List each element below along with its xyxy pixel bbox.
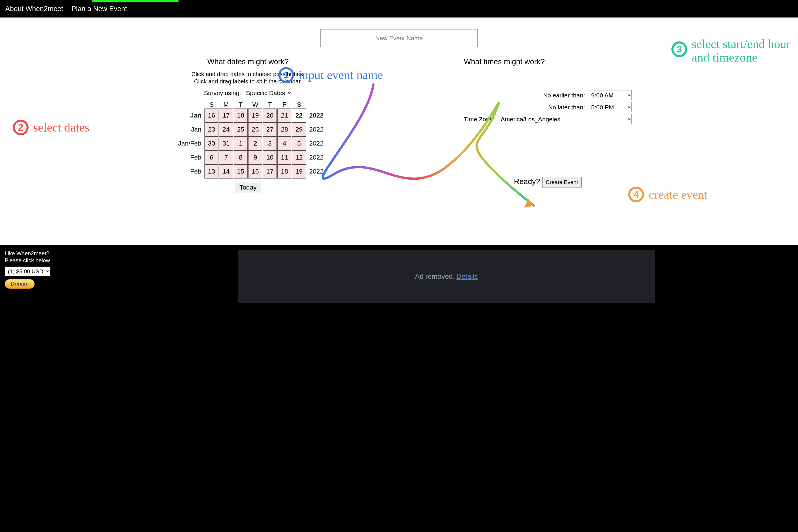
calendar-day-cell[interactable]: 9 bbox=[248, 151, 262, 165]
calendar-day-cell[interactable]: 23 bbox=[205, 122, 218, 136]
calendar-day-cell[interactable]: 16 bbox=[205, 109, 218, 122]
calendar-row: Jan/Feb3031123452022 bbox=[166, 136, 329, 151]
ad-details-link[interactable]: Details bbox=[456, 272, 478, 281]
calendar-row: Feb131415161718192022 bbox=[166, 165, 329, 178]
calendar-year-label[interactable]: 2022 bbox=[306, 140, 329, 147]
calendar-day-cell[interactable]: 3 bbox=[263, 136, 277, 151]
calendar-day-cell[interactable]: 6 bbox=[205, 151, 218, 165]
event-name-input[interactable] bbox=[320, 29, 478, 47]
donate-button[interactable]: Donate bbox=[5, 279, 35, 289]
calendar-day-cell[interactable]: 5 bbox=[292, 136, 306, 151]
ready-label: Ready? bbox=[514, 177, 540, 186]
calendar-day-cell[interactable]: 27 bbox=[263, 122, 277, 136]
dates-title: What dates might work? bbox=[166, 57, 329, 66]
calendar-day-cell[interactable]: 25 bbox=[234, 122, 248, 136]
timezone-select[interactable]: America/Los_Angeles bbox=[498, 114, 632, 124]
calendar-day-cell[interactable]: 28 bbox=[278, 122, 291, 136]
dates-hint-1: Click and drag dates to choose possibili… bbox=[166, 71, 329, 78]
calendar-year-label[interactable]: 2022 bbox=[306, 112, 329, 119]
times-title: What times might work? bbox=[464, 57, 631, 66]
calendar-day-cell[interactable]: 8 bbox=[234, 151, 248, 165]
calendar-day-cell[interactable]: 14 bbox=[219, 165, 233, 178]
calendar-day-cell[interactable]: 30 bbox=[205, 136, 218, 151]
calendar-day-cell[interactable]: 18 bbox=[234, 109, 248, 122]
calendar-day-header: S bbox=[204, 101, 219, 109]
no-earlier-select[interactable]: 9:00 AM bbox=[588, 90, 632, 100]
survey-mode-select[interactable]: Specific Dates bbox=[243, 88, 292, 98]
timezone-label: Time Zone: bbox=[464, 116, 494, 123]
footer: Like When2meet? Please click below. (1) … bbox=[0, 245, 798, 532]
site-accent-bar bbox=[92, 0, 178, 2]
calendar-day-cell[interactable]: 2 bbox=[248, 136, 262, 151]
calendar-day-cell[interactable]: 7 bbox=[219, 151, 233, 165]
calendar-day-cell[interactable]: 15 bbox=[234, 165, 248, 178]
calendar-day-cell[interactable]: 22 bbox=[292, 109, 306, 122]
annotation-3-badge: 3 bbox=[671, 41, 687, 57]
calendar-day-header: T bbox=[233, 101, 248, 109]
calendar-day-cell[interactable]: 31 bbox=[219, 136, 233, 151]
donate-amount-select[interactable]: (1) $5.00 USD bbox=[5, 267, 50, 276]
calendar-year-label[interactable]: 2022 bbox=[306, 126, 329, 133]
nav-about[interactable]: About When2meet bbox=[5, 5, 63, 13]
create-event-button[interactable]: Create Event bbox=[542, 177, 582, 188]
calendar-row: Feb67891011122022 bbox=[166, 151, 329, 165]
dates-hint-2: Click and drag labels to shift the calen… bbox=[166, 78, 329, 85]
calendar-day-cell[interactable]: 4 bbox=[278, 136, 291, 151]
main-content: 1 input event name 2 select dates 3 sele… bbox=[0, 18, 798, 245]
donate-line-1: Like When2meet? bbox=[5, 250, 51, 256]
calendar-day-cell[interactable]: 19 bbox=[292, 165, 306, 178]
calendar-day-cell[interactable]: 21 bbox=[278, 109, 291, 122]
calendar-year-label[interactable]: 2022 bbox=[306, 168, 329, 175]
calendar-day-header: M bbox=[219, 101, 233, 109]
calendar-day-cell[interactable]: 17 bbox=[219, 109, 233, 122]
calendar-day-cell[interactable]: 18 bbox=[278, 165, 291, 178]
calendar-day-header: W bbox=[248, 101, 263, 109]
calendar-month-label[interactable]: Jan/Feb bbox=[166, 140, 204, 147]
calendar-year-label[interactable]: 2022 bbox=[306, 154, 329, 161]
calendar-day-cell[interactable]: 19 bbox=[248, 109, 262, 122]
calendar-day-cell[interactable]: 29 bbox=[292, 122, 306, 136]
calendar-day-cell[interactable]: 26 bbox=[248, 122, 262, 136]
calendar-month-label[interactable]: Jan bbox=[166, 112, 204, 119]
calendar-day-cell[interactable]: 20 bbox=[263, 109, 277, 122]
calendar-row: Jan232425262728292022 bbox=[166, 122, 329, 136]
no-later-label: No later than: bbox=[548, 104, 585, 111]
calendar-day-header: T bbox=[263, 101, 277, 109]
calendar-day-cell[interactable]: 11 bbox=[278, 151, 291, 165]
calendar-month-label[interactable]: Jan bbox=[166, 126, 204, 133]
survey-label: Survey using: bbox=[204, 90, 241, 96]
ad-removed-text: Ad removed. bbox=[415, 272, 455, 281]
calendar-day-cell[interactable]: 12 bbox=[292, 151, 306, 165]
calendar-day-cell[interactable]: 10 bbox=[263, 151, 277, 165]
times-column: What times might work? No earlier than: … bbox=[464, 57, 631, 193]
calendar-day-cell[interactable]: 1 bbox=[234, 136, 248, 151]
ad-placeholder: Ad removed. Details bbox=[238, 250, 655, 303]
calendar-day-header: F bbox=[277, 101, 292, 109]
svg-marker-0 bbox=[525, 198, 534, 208]
calendar-month-label[interactable]: Feb bbox=[166, 154, 204, 161]
calendar-month-label[interactable]: Feb bbox=[166, 168, 204, 175]
dates-column: What dates might work? Click and drag da… bbox=[166, 57, 329, 193]
calendar-day-cell[interactable]: 13 bbox=[205, 165, 218, 178]
calendar-day-cell[interactable]: 16 bbox=[248, 165, 262, 178]
nav-plan-event[interactable]: Plan a New Event bbox=[72, 5, 127, 13]
calendar-day-header: S bbox=[292, 101, 306, 109]
no-later-select[interactable]: 5:00 PM bbox=[588, 102, 632, 112]
calendar: SMTWTFS Jan161718192021222022Jan23242526… bbox=[166, 101, 329, 193]
no-earlier-label: No earlier than: bbox=[543, 92, 585, 99]
today-button[interactable]: Today bbox=[235, 182, 261, 193]
calendar-row: Jan161718192021222022 bbox=[166, 109, 329, 122]
donate-box: Like When2meet? Please click below. (1) … bbox=[5, 250, 51, 289]
calendar-day-cell[interactable]: 17 bbox=[263, 165, 277, 178]
top-nav: About When2meet Plan a New Event bbox=[0, 0, 798, 18]
donate-line-2: Please click below. bbox=[5, 257, 51, 264]
calendar-day-cell[interactable]: 24 bbox=[219, 122, 233, 136]
